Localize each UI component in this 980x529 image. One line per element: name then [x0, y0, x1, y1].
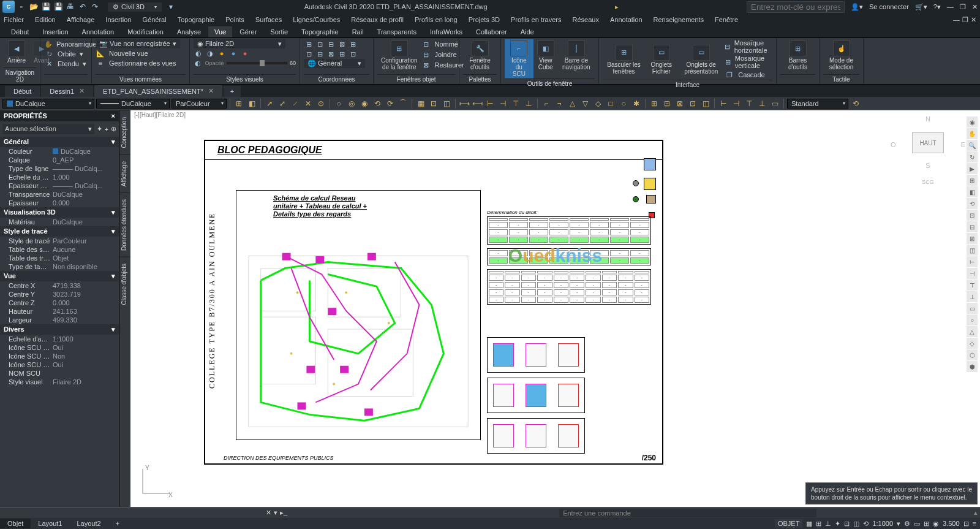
tool-icon[interactable]: ⊡	[687, 98, 698, 109]
barres-outils-button[interactable]: ⊞Barres d'outils	[780, 39, 815, 72]
tab-layout2[interactable]: Layout2	[69, 519, 108, 528]
status-osnap-icon[interactable]: ⊡	[844, 520, 850, 528]
tool-icon[interactable]: ▦	[415, 98, 426, 109]
maximize-icon[interactable]: ❐	[960, 3, 966, 11]
view-dropdown[interactable]: 📷 Vue non enregistrée▾	[96, 39, 180, 48]
tool-icon[interactable]: ⌒	[398, 98, 409, 109]
menu-projets3d[interactable]: Projets 3D	[469, 16, 500, 23]
app-logo[interactable]: C	[2, 1, 15, 13]
prop-row[interactable]: Echelle d'ann...1:1000	[0, 335, 119, 343]
qat-more-icon[interactable]: ▾	[165, 1, 176, 12]
tool-icon[interactable]: □	[605, 98, 616, 109]
onglets-presentation-button[interactable]: ▭Onglets de présentation	[677, 44, 725, 76]
nav-zoom-icon[interactable]: 🔍	[967, 140, 978, 151]
prop-group-header[interactable]: Style de tracé▾	[0, 226, 119, 237]
tool-icon[interactable]: ◧	[246, 98, 257, 109]
doc-close-icon[interactable]: ✕	[971, 16, 976, 24]
menu-lignes[interactable]: Lignes/Courbes	[293, 16, 340, 23]
tool-icon[interactable]: ⊙	[315, 98, 326, 109]
tool-icon[interactable]: ○	[618, 98, 629, 109]
sidetab-donnees[interactable]: Données étendues	[119, 192, 130, 257]
sidetab-classe[interactable]: Classe d'objets	[119, 257, 130, 311]
status-gear-icon[interactable]: ⚙	[904, 520, 910, 528]
standard-combo[interactable]: Standard	[787, 99, 848, 108]
tab-sortie[interactable]: Sortie	[264, 26, 294, 37]
status-icon[interactable]: ⊡	[963, 520, 969, 528]
tool-icon[interactable]: ⊢	[484, 98, 496, 109]
tool-icon[interactable]: ✕	[303, 98, 314, 109]
open-icon[interactable]: 📂	[28, 1, 39, 12]
nav-icon[interactable]: ▭	[967, 303, 978, 314]
coord-icon-9[interactable]: ⊞	[337, 49, 347, 59]
menu-profils-long[interactable]: Profils en long	[415, 16, 458, 23]
new-layout-button[interactable]: +	[108, 519, 127, 528]
prop-row[interactable]: Epaisseur0.000	[0, 199, 119, 207]
help-search-input[interactable]	[747, 1, 845, 13]
fenetre-outils-button[interactable]: 🔧Fenêtre d'outils	[463, 39, 497, 72]
tool-icon[interactable]: ⤢	[277, 98, 288, 109]
tool-icon[interactable]: ◎	[346, 98, 357, 109]
onglets-fichier-button[interactable]: ▭Onglets Fichier	[645, 44, 677, 76]
tool-icon[interactable]: △	[567, 98, 578, 109]
tool-icon[interactable]: ⊥	[523, 98, 534, 109]
menu-reseaux[interactable]: Réseaux	[573, 16, 599, 23]
menu-affichage[interactable]: Affichage	[67, 16, 95, 23]
nouvelle-vue-button[interactable]: 📐Nouvelle vue	[96, 48, 186, 58]
nav-icon[interactable]: ⊥	[967, 291, 978, 302]
status-ortho-icon[interactable]: ⊥	[825, 520, 831, 528]
prop-row[interactable]: Calque0_AEP	[0, 156, 119, 164]
doc-tab-debut[interactable]: Début	[5, 86, 40, 97]
config-fenetre-button[interactable]: ⊞Configuration de la fenêtre	[377, 39, 421, 72]
doc-tab-dessin1[interactable]: Dessin1✕	[41, 85, 93, 97]
tab-gerer[interactable]: Gérer	[233, 26, 263, 37]
prop-row[interactable]: MatériauDuCalque	[0, 218, 119, 226]
menu-surfaces[interactable]: Surfaces	[255, 16, 282, 23]
tab-infraworks[interactable]: InfraWorks	[424, 26, 469, 37]
nav-orbit-icon[interactable]: ↻	[967, 151, 978, 162]
drawing-canvas[interactable]: [-][Haut][Filaire 2D] NEOS HAUT SCG ◉ ✋ …	[130, 110, 980, 507]
cmd-history-icon[interactable]: ▾	[274, 509, 277, 517]
tab-layout1[interactable]: Layout1	[31, 519, 69, 528]
nav-icon[interactable]: ○	[967, 314, 978, 325]
menu-fenetre[interactable]: Fenêtre	[715, 16, 738, 23]
viewport-label[interactable]: [-][Haut][Filaire 2D]	[134, 112, 186, 118]
selection-combo[interactable]: Aucune sélection▾	[2, 124, 94, 134]
tool-icon[interactable]: ⟳	[385, 98, 396, 109]
tool-icon[interactable]: ⊥	[756, 98, 767, 109]
coord-icon-1[interactable]: ⊞	[304, 39, 314, 49]
tool-icon[interactable]: ⊞	[649, 98, 660, 109]
tool-icon[interactable]: ▭	[769, 98, 780, 109]
joindre-button[interactable]: ⊟Joindre	[421, 50, 464, 59]
nav-icon[interactable]: ⊠	[967, 233, 978, 244]
tool-icon[interactable]: ⊤	[510, 98, 521, 109]
prop-row[interactable]: Table des tra...Objet	[0, 254, 119, 262]
prop-row[interactable]: Centre Z0.000	[0, 299, 119, 307]
menu-edition[interactable]: Edition	[35, 16, 56, 23]
icone-scu-button[interactable]: ⌐Icône du SCU	[505, 39, 533, 78]
workspace-dropdown[interactable]: ⚙ Civil 3D	[108, 2, 162, 12]
doc-minimize-icon[interactable]: —	[953, 16, 960, 24]
prop-row[interactable]: Icône SCU ac...Oui	[0, 343, 119, 352]
command-input[interactable]: Entrez une commande	[559, 509, 816, 517]
tool-icon[interactable]: ⊢	[718, 98, 729, 109]
tool-icon[interactable]: ◉	[359, 98, 370, 109]
tool-icon[interactable]: ⟋	[290, 98, 301, 109]
tool-icon[interactable]: ▽	[579, 98, 590, 109]
close-tab-icon[interactable]: ✕	[208, 87, 214, 95]
nav-icon[interactable]: ⊟	[967, 221, 978, 232]
lineweight-combo[interactable]: ParCouleur	[172, 99, 227, 108]
mosaique-v-button[interactable]: ⊞Mosaïque verticale	[725, 55, 772, 69]
nav-icon[interactable]: ◫	[967, 245, 978, 256]
status-icon[interactable]: ◫	[853, 520, 859, 528]
menu-topo[interactable]: Topographie	[178, 16, 215, 23]
menu-points[interactable]: Points	[225, 16, 244, 23]
minimize-icon[interactable]: —	[947, 3, 954, 10]
barre-nav-button[interactable]: ⎮Barre de navigation	[558, 39, 595, 78]
tab-vue[interactable]: Vue	[208, 26, 232, 37]
tool-icon[interactable]: ⊣	[731, 98, 742, 109]
restaurer-button[interactable]: ⊠Restaurer	[421, 60, 464, 70]
status-grid-icon[interactable]: ▦	[806, 520, 812, 528]
prop-group-header[interactable]: Visualisation 3D▾	[0, 207, 119, 218]
nav-forward-button[interactable]: ▶Avant	[29, 39, 54, 65]
nav-icon[interactable]: △	[967, 326, 978, 337]
